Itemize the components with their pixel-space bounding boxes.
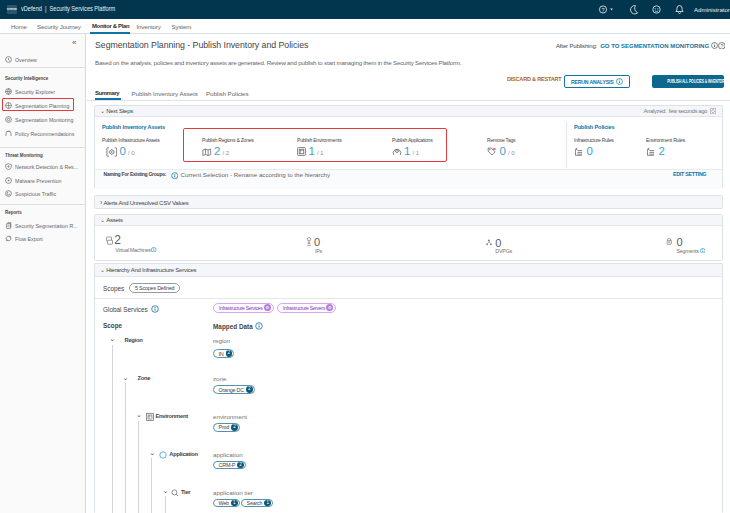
svg-text:?: ? [601, 7, 604, 13]
svg-text:?: ? [720, 42, 723, 48]
